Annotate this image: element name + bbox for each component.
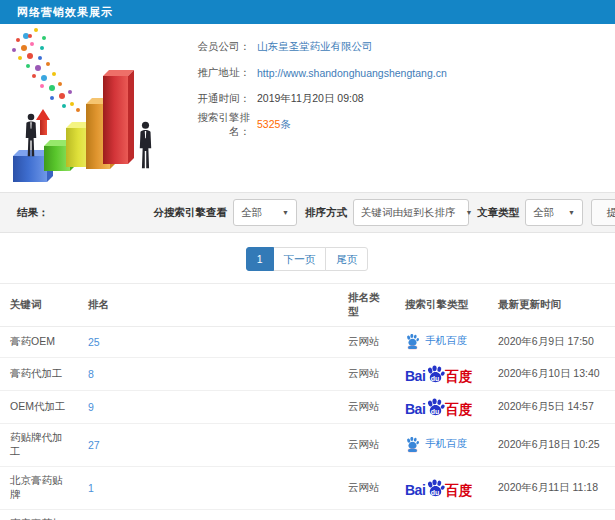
- businessman-icon: [138, 121, 153, 171]
- table-header-row: 关键词 排名 排名类型 搜索引擎类型 最新更新时间: [0, 284, 615, 327]
- company-link[interactable]: 山东皇圣堂药业有限公司: [257, 40, 373, 54]
- rank-link[interactable]: 8: [88, 368, 94, 380]
- filter-controls: 分搜索引擎查看 全部 ▼ 排序方式 关键词由短到长排序 ▼ 文章类型 全部 ▼ …: [146, 193, 615, 232]
- info-row-company: 会员公司： 山东皇圣堂药业有限公司: [180, 34, 447, 60]
- chart-bar-red: [103, 76, 128, 164]
- last-page-button[interactable]: 尾页: [325, 247, 368, 271]
- chevron-down-icon: ▼: [456, 209, 473, 216]
- page-title: 网络营销效果展示: [17, 5, 113, 20]
- businessman-icon: [24, 113, 38, 159]
- col-rank: 排名: [78, 284, 338, 327]
- updated-cell: 2020年6月5日 14:57: [488, 391, 615, 424]
- bar-chart-illustration: [0, 28, 180, 190]
- table-row: OEM代加工 9 云网站 Bai du 百度 2020年6月5日 14:57: [0, 391, 615, 424]
- updated-cell: 2020年6月18日 10:25: [488, 424, 615, 467]
- updated-cell: 2020年6月9日 17:50: [488, 327, 615, 358]
- info-row-rank-count: 搜索引擎排名： 5325条: [180, 112, 447, 138]
- rank-type-cell: 云网站: [338, 391, 395, 424]
- confetti-decoration: [28, 34, 32, 38]
- keyword-cell: 枣庄膏药加工: [0, 510, 78, 520]
- sort-filter-label: 排序方式: [305, 206, 347, 220]
- submit-button[interactable]: 提交: [591, 199, 615, 226]
- chart-bar-blue: [13, 156, 47, 182]
- page: 网络营销效果展示 会员公司：: [0, 0, 615, 520]
- engine-select[interactable]: 全部 ▼: [233, 199, 297, 226]
- rank-type-cell: 云网站: [338, 467, 395, 510]
- col-updated: 最新更新时间: [488, 284, 615, 327]
- keyword-cell: 药贴牌代加工: [0, 424, 78, 467]
- updated-cell: 2020年6月18日 10:19: [488, 510, 615, 520]
- engine-name: 百度: [445, 484, 472, 498]
- keyword-cell: 膏药OEM: [0, 327, 78, 358]
- arrow-up-icon: [36, 109, 51, 135]
- engine-name: 手机百度: [425, 334, 467, 348]
- table-row: 药贴牌代加工 27 云网站 手机百度 2020年6月18日 10:25: [0, 424, 615, 467]
- updated-cell: 2020年6月11日 11:18: [488, 467, 615, 510]
- engine-filter-label: 分搜索引擎查看: [154, 206, 228, 220]
- chevron-down-icon: ▼: [272, 209, 289, 216]
- keywords-table: 关键词 排名 排名类型 搜索引擎类型 最新更新时间 膏药OEM 25 云网站: [0, 283, 615, 520]
- rank-type-cell: 云网站: [338, 327, 395, 358]
- article-type-select[interactable]: 全部 ▼: [525, 199, 583, 226]
- chevron-down-icon: ▼: [558, 209, 575, 216]
- col-engine-type: 搜索引擎类型: [395, 284, 488, 327]
- sort-select-value: 关键词由短到长排序: [361, 206, 456, 220]
- rank-count-label: 搜索引擎排名：: [180, 111, 250, 139]
- rank-link[interactable]: 27: [88, 439, 100, 451]
- rank-link[interactable]: 25: [88, 336, 100, 348]
- rank-count-value: 5325: [257, 118, 280, 130]
- baidu-paw-icon: du: [426, 365, 445, 383]
- info-row-url: 推广地址： http://www.shandonghuangshengtang.…: [180, 60, 447, 86]
- pagination: 1 下一页 尾页: [0, 247, 615, 271]
- article-type-label: 文章类型: [477, 206, 519, 220]
- sort-select[interactable]: 关键词由短到长排序 ▼: [353, 199, 469, 226]
- company-label: 会员公司：: [180, 40, 250, 54]
- table-row: 膏药代加工 8 云网站 Bai du 百度 2020年6月10日 13:40: [0, 358, 615, 391]
- keyword-cell: 北京膏药贴牌: [0, 467, 78, 510]
- engine-name: 百度: [445, 403, 472, 417]
- info-row-opened: 开通时间： 2019年11月20日 09:08: [180, 86, 447, 112]
- promo-url-link[interactable]: http://www.shandonghuangshengtang.cn: [257, 67, 447, 79]
- rank-link[interactable]: 1: [88, 482, 94, 494]
- table-row: 膏药OEM 25 云网站 手机百度 2020年6月9日 17:50: [0, 327, 615, 358]
- keyword-cell: 膏药代加工: [0, 358, 78, 391]
- baidu-paw-icon: du: [426, 479, 445, 497]
- baidu-paw-icon: [405, 437, 420, 451]
- engine-name: 手机百度: [425, 437, 467, 451]
- updated-cell: 2020年6月10日 13:40: [488, 358, 615, 391]
- baidu-paw-icon: du: [426, 398, 445, 416]
- rank-count-unit: 条: [280, 118, 291, 130]
- table-row: 枣庄膏药加工 1,4,6 云网站 手机百度 2020年6月18日 10:19: [0, 510, 615, 520]
- info-fields: 会员公司： 山东皇圣堂药业有限公司 推广地址： http://www.shand…: [180, 34, 447, 138]
- page-1-button[interactable]: 1: [246, 247, 274, 271]
- engine-select-value: 全部: [241, 206, 262, 220]
- mobile-baidu-engine: 手机百度: [405, 334, 467, 348]
- baidu-logo: Bai du 百度: [405, 398, 472, 416]
- filter-bar: 结果： 分搜索引擎查看 全部 ▼ 排序方式 关键词由短到长排序 ▼ 文章类型 全…: [0, 192, 615, 233]
- baidu-logo: Bai du 百度: [405, 365, 472, 383]
- rank-type-cell: 云网站: [338, 358, 395, 391]
- article-type-select-value: 全部: [533, 206, 554, 220]
- table-row: 北京膏药贴牌 1 云网站 Bai du 百度 2020年6月11日 11:18: [0, 467, 615, 510]
- header-bar: 网络营销效果展示: [0, 0, 615, 24]
- col-rank-type: 排名类型: [338, 284, 395, 327]
- keyword-cell: OEM代加工: [0, 391, 78, 424]
- open-time-value: 2019年11月20日 09:08: [257, 92, 364, 106]
- result-label: 结果：: [17, 206, 49, 220]
- col-keyword: 关键词: [0, 284, 78, 327]
- baidu-logo: Bai du 百度: [405, 479, 472, 497]
- promo-url-label: 推广地址：: [180, 66, 250, 80]
- baidu-paw-icon: [405, 334, 420, 348]
- info-section: 会员公司： 山东皇圣堂药业有限公司 推广地址： http://www.shand…: [0, 24, 615, 192]
- engine-name: 百度: [445, 370, 472, 384]
- rank-link[interactable]: 9: [88, 401, 94, 413]
- rank-type-cell: 云网站: [338, 510, 395, 520]
- mobile-baidu-engine: 手机百度: [405, 437, 467, 451]
- rank-type-cell: 云网站: [338, 424, 395, 467]
- next-page-button[interactable]: 下一页: [273, 247, 327, 271]
- open-time-label: 开通时间：: [180, 92, 250, 106]
